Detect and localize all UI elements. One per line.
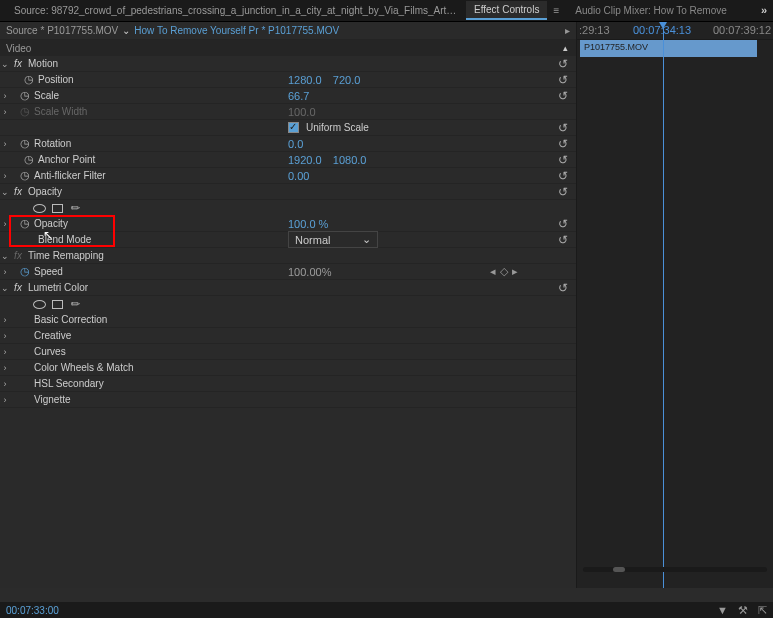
reset-icon[interactable]: ↺	[558, 57, 568, 71]
anchor-y[interactable]: 1080.0	[333, 154, 367, 166]
filter-icon[interactable]: ▼	[717, 604, 728, 617]
mask-rect-icon[interactable]	[52, 300, 63, 309]
twirl-basic[interactable]: ›	[0, 315, 10, 325]
keyframe-prev-icon[interactable]: ◂	[490, 265, 496, 278]
timeline-scrollbar[interactable]	[583, 567, 767, 572]
rotation-value[interactable]: 0.0	[288, 138, 303, 150]
stopwatch-disabled-icon: ◷	[18, 105, 32, 118]
fx-toggle-motion[interactable]: fx	[10, 58, 26, 69]
tab-source[interactable]: Source: 98792_crowd_of_pedestrians_cross…	[6, 5, 466, 16]
prop-position[interactable]: Position	[38, 74, 74, 85]
playhead[interactable]	[663, 22, 664, 588]
position-x[interactable]: 1280.0	[288, 74, 322, 86]
reset-icon[interactable]: ↺	[558, 185, 568, 199]
mask-ellipse-icon[interactable]	[33, 204, 46, 213]
stopwatch-icon[interactable]: ◷	[18, 137, 32, 150]
position-y[interactable]: 720.0	[333, 74, 361, 86]
lumetri-basic[interactable]: Basic Correction	[34, 314, 107, 325]
scale-value[interactable]: 66.7	[288, 90, 309, 102]
twirl-remap[interactable]: ⌄	[0, 251, 10, 261]
lumetri-curves[interactable]: Curves	[34, 346, 66, 357]
wrench-icon[interactable]: ⚒	[738, 604, 748, 617]
stopwatch-active-icon[interactable]: ◷	[18, 265, 32, 278]
twirl-motion[interactable]: ⌄	[0, 59, 10, 69]
anchor-x[interactable]: 1920.0	[288, 154, 322, 166]
prop-anchor[interactable]: Anchor Point	[38, 154, 95, 165]
prop-scale[interactable]: Scale	[34, 90, 59, 101]
stopwatch-icon[interactable]: ◷	[22, 153, 36, 166]
prop-opacity[interactable]: Opacity	[34, 218, 68, 229]
uniform-scale-label: Uniform Scale	[306, 122, 369, 133]
timecode-display[interactable]: 00:07:33:00	[6, 605, 59, 616]
fx-toggle-lumetri[interactable]: fx	[10, 282, 26, 293]
twirl-rotation[interactable]: ›	[0, 139, 10, 149]
prop-blend: Blend Mode	[38, 234, 91, 245]
section-collapse-icon[interactable]: ▴	[563, 43, 568, 53]
lumetri-colorwheels[interactable]: Color Wheels & Match	[34, 362, 133, 373]
reset-icon[interactable]: ↺	[558, 169, 568, 183]
lumetri-vignette[interactable]: Vignette	[34, 394, 71, 405]
scalew-value: 100.0	[288, 106, 316, 118]
twirl-cwm[interactable]: ›	[0, 363, 10, 373]
flicker-value[interactable]: 0.00	[288, 170, 309, 182]
panel-menu-icon[interactable]: ≡	[553, 5, 559, 16]
ruler-tick: 00:07:39:12	[713, 24, 771, 36]
twirl-curves[interactable]: ›	[0, 347, 10, 357]
reset-icon[interactable]: ↺	[558, 73, 568, 87]
twirl-scalew: ›	[0, 107, 10, 117]
uniform-scale-checkbox[interactable]	[288, 122, 299, 133]
tab-audio-mixer[interactable]: Audio Clip Mixer: How To Remove Yourself…	[567, 5, 727, 16]
effect-lumetri-label[interactable]: Lumetri Color	[28, 282, 88, 293]
twirl-opacity-val[interactable]: ›	[0, 219, 10, 229]
reset-icon[interactable]: ↺	[558, 89, 568, 103]
chevron-down-icon[interactable]: ⌄	[122, 25, 130, 36]
reset-icon[interactable]: ↺	[558, 121, 568, 135]
timeline-clip[interactable]: P1017755.MOV	[580, 40, 757, 57]
reset-icon[interactable]: ↺	[558, 281, 568, 295]
twirl-creative[interactable]: ›	[0, 331, 10, 341]
stopwatch-icon[interactable]: ◷	[18, 217, 32, 230]
breadcrumb-sequence[interactable]: How To Remove Yourself Pr * P1017755.MOV	[134, 25, 339, 36]
lumetri-hsl[interactable]: HSL Secondary	[34, 378, 104, 389]
twirl-opacity[interactable]: ⌄	[0, 187, 10, 197]
reset-icon[interactable]: ↺	[558, 137, 568, 151]
effect-opacity-label[interactable]: Opacity	[28, 186, 62, 197]
reset-icon[interactable]: ↺	[558, 153, 568, 167]
timeline-ruler[interactable]: :29:13 00:07:34:13 00:07:39:12	[577, 22, 773, 40]
mask-pen-icon[interactable]: ✎	[68, 296, 84, 312]
twirl-lumetri[interactable]: ⌄	[0, 283, 10, 293]
reset-icon[interactable]: ↺	[558, 233, 568, 247]
mask-pen-icon[interactable]: ✎	[68, 200, 84, 216]
tab-effect-controls[interactable]: Effect Controls	[466, 1, 547, 20]
twirl-hsl[interactable]: ›	[0, 379, 10, 389]
blend-mode-dropdown[interactable]: Normal⌄	[288, 231, 378, 248]
twirl-scale[interactable]: ›	[0, 91, 10, 101]
reset-icon[interactable]: ↺	[558, 217, 568, 231]
fx-toggle-opacity[interactable]: fx	[10, 186, 26, 197]
effect-remap-label[interactable]: Time Remapping	[28, 250, 104, 261]
tabs-overflow-icon[interactable]: »	[761, 4, 767, 16]
opacity-value[interactable]: 100.0 %	[288, 218, 328, 230]
breadcrumb-source: Source * P1017755.MOV	[6, 25, 118, 36]
keyframe-next-icon[interactable]: ▸	[512, 265, 518, 278]
prop-flicker[interactable]: Anti-flicker Filter	[34, 170, 106, 181]
export-icon[interactable]: ⇱	[758, 604, 767, 617]
keyframe-add-icon[interactable]: ◇	[500, 265, 508, 278]
prop-speed[interactable]: Speed	[34, 266, 63, 277]
speed-value[interactable]: 100.00%	[288, 266, 331, 278]
lumetri-creative[interactable]: Creative	[34, 330, 71, 341]
prop-scale-width: Scale Width	[34, 106, 87, 117]
effects-play-icon[interactable]: ▸	[565, 25, 570, 36]
twirl-speed[interactable]: ›	[0, 267, 10, 277]
stopwatch-icon[interactable]: ◷	[22, 73, 36, 86]
stopwatch-icon[interactable]: ◷	[18, 89, 32, 102]
mask-ellipse-icon[interactable]	[33, 300, 46, 309]
stopwatch-icon[interactable]: ◷	[18, 169, 32, 182]
effect-motion-label[interactable]: Motion	[28, 58, 58, 69]
scrollbar-thumb[interactable]	[613, 567, 625, 572]
prop-rotation[interactable]: Rotation	[34, 138, 71, 149]
fx-toggle-remap[interactable]: fx	[10, 250, 26, 261]
twirl-vignette[interactable]: ›	[0, 395, 10, 405]
twirl-flicker[interactable]: ›	[0, 171, 10, 181]
mask-rect-icon[interactable]	[52, 204, 63, 213]
